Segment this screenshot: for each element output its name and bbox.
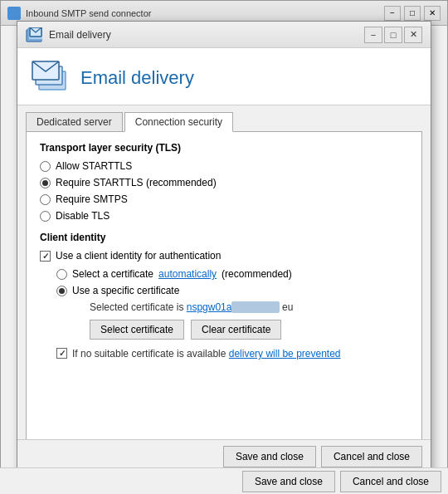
cert-auto-link[interactable]: automatically: [158, 268, 217, 280]
dialog-title: Email delivery: [49, 29, 364, 41]
use-client-identity-checkbox[interactable]: [40, 251, 51, 262]
require-starttls-option[interactable]: Require STARTTLS (recommended): [40, 177, 408, 188]
dialog-titlebar: Email delivery − □ ✕: [17, 22, 431, 48]
allow-starttls-option[interactable]: Allow STARTTLS: [40, 160, 408, 172]
disable-tls-radio[interactable]: [40, 211, 51, 222]
dialog-title-buttons: − □ ✕: [364, 27, 422, 43]
if-no-cert-text: If no suitable certificate is available …: [72, 348, 341, 359]
cert-suffix: eu: [280, 301, 294, 313]
cert-auto-radio[interactable]: [56, 269, 67, 280]
selected-cert-text: Selected certificate is: [90, 301, 187, 313]
cert-auto-text-prefix: Select a certificate: [72, 268, 153, 280]
bg-minimize-button[interactable]: −: [384, 6, 401, 21]
bg-maximize-button[interactable]: □: [404, 6, 421, 21]
if-no-cert-checkbox[interactable]: [56, 348, 67, 359]
cert-buttons: Select certificate Clear certificate: [90, 320, 408, 340]
bg-close-button[interactable]: ✕: [424, 6, 441, 21]
require-smtps-label: Require SMTPS: [56, 193, 128, 205]
require-starttls-label: Require STARTTLS (recommended): [56, 177, 217, 188]
use-client-identity-label: Use a client identity for authentication: [56, 250, 221, 262]
allow-starttls-label: Allow STARTTLS: [56, 160, 132, 172]
dialog-icon: [26, 27, 42, 43]
tabs-container: Dedicated server Connection security: [17, 105, 431, 132]
dialog-close-button[interactable]: ✕: [404, 27, 422, 43]
dialog-maximize-button[interactable]: □: [384, 27, 402, 43]
cert-specific-label: Use a specific certificate: [72, 285, 179, 296]
cert-options: Select a certificate automatically (reco…: [56, 268, 408, 340]
dialog-header: Email delivery: [17, 48, 431, 105]
outer-save-and-close-button[interactable]: Save and close: [242, 471, 335, 492]
tls-section-title: Transport layer security (TLS): [40, 142, 408, 154]
require-smtps-radio[interactable]: [40, 194, 51, 205]
allow-starttls-radio[interactable]: [40, 161, 51, 172]
cert-specific-option[interactable]: Use a specific certificate: [56, 285, 408, 296]
if-no-cert-row: If no suitable certificate is available …: [56, 348, 408, 359]
outer-footer: Save and close Cancel and close: [0, 467, 448, 494]
use-client-identity-option[interactable]: Use a client identity for authentication: [40, 250, 408, 262]
disable-tls-label: Disable TLS: [56, 210, 110, 222]
save-and-close-button[interactable]: Save and close: [223, 446, 316, 467]
delivery-prevented-link[interactable]: delivery will be prevented: [229, 348, 341, 359]
dialog-minimize-button[interactable]: −: [364, 27, 382, 43]
selected-cert-row: Selected certificate is nspgw01a eu: [90, 301, 408, 313]
client-identity-title: Client identity: [40, 232, 408, 243]
disable-tls-option[interactable]: Disable TLS: [40, 210, 408, 222]
bg-window-title: Inbound SMTP send connector: [26, 8, 384, 18]
tls-radio-group: Allow STARTTLS Require STARTTLS (recomme…: [40, 160, 408, 222]
clear-certificate-button[interactable]: Clear certificate: [191, 320, 281, 340]
outer-cancel-and-close-button[interactable]: Cancel and close: [340, 471, 441, 492]
client-identity-section: Client identity Use a client identity fo…: [40, 232, 408, 359]
tab-dedicated-server[interactable]: Dedicated server: [26, 112, 123, 132]
cert-auto-text-suffix: (recommended): [222, 268, 292, 280]
connection-security-panel: Transport layer security (TLS) Allow STA…: [26, 131, 422, 447]
require-starttls-radio[interactable]: [40, 178, 51, 188]
header-icon: [31, 58, 71, 98]
cert-link[interactable]: nspgw01a: [187, 301, 232, 313]
require-smtps-option[interactable]: Require SMTPS: [40, 193, 408, 205]
bg-app-icon: [7, 7, 21, 20]
tab-connection-security[interactable]: Connection security: [124, 112, 233, 132]
select-certificate-button[interactable]: Select certificate: [90, 320, 184, 340]
cancel-and-close-button[interactable]: Cancel and close: [321, 446, 422, 467]
cert-auto-option[interactable]: Select a certificate automatically (reco…: [56, 268, 408, 280]
dialog-header-title: Email delivery: [80, 67, 194, 89]
cert-blurred: [231, 301, 279, 313]
cert-specific-radio[interactable]: [56, 286, 67, 296]
bg-titlebar-buttons: − □ ✕: [384, 6, 441, 21]
email-delivery-dialog: Email delivery − □ ✕ Email delivery Dedi…: [17, 21, 431, 473]
